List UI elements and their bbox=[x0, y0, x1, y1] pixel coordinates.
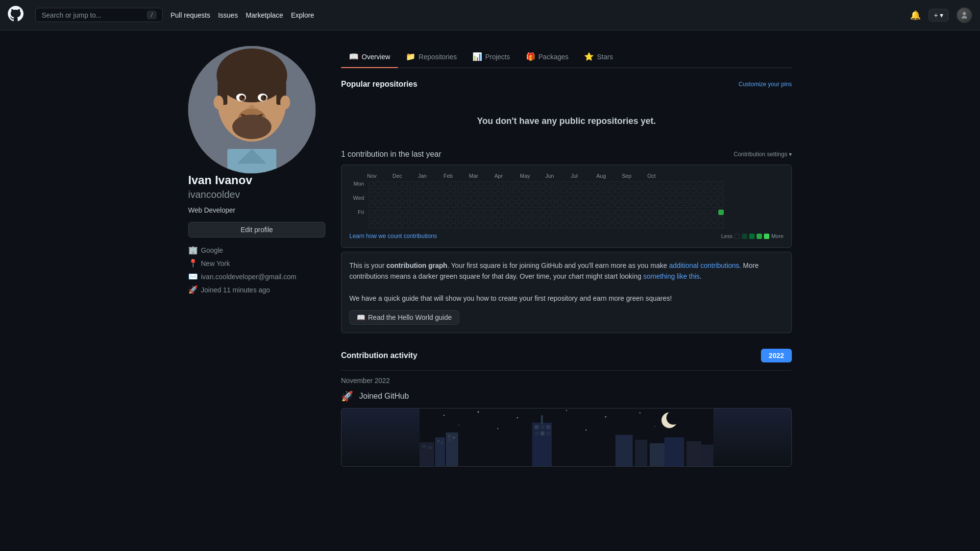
graph-cell[interactable] bbox=[581, 223, 587, 229]
graph-cell[interactable] bbox=[609, 202, 614, 208]
graph-cell[interactable] bbox=[437, 202, 442, 208]
graph-cell[interactable] bbox=[629, 216, 635, 222]
graph-cell[interactable] bbox=[657, 195, 662, 201]
graph-cell[interactable] bbox=[684, 188, 689, 193]
graph-cell[interactable] bbox=[581, 210, 587, 215]
graph-cell[interactable] bbox=[506, 210, 511, 215]
graph-cell[interactable] bbox=[547, 223, 552, 229]
graph-cell[interactable] bbox=[513, 188, 518, 193]
graph-cell[interactable] bbox=[416, 223, 422, 229]
graph-cell[interactable] bbox=[519, 181, 525, 187]
graph-cell[interactable] bbox=[375, 195, 381, 201]
graph-cell[interactable] bbox=[471, 216, 477, 222]
graph-cell[interactable] bbox=[691, 188, 696, 193]
graph-cell[interactable] bbox=[698, 223, 703, 229]
graph-cell[interactable] bbox=[368, 216, 374, 222]
graph-cell[interactable] bbox=[458, 202, 463, 208]
graph-cell[interactable] bbox=[622, 188, 628, 193]
graph-cell[interactable] bbox=[547, 195, 552, 201]
graph-cell[interactable] bbox=[465, 210, 470, 215]
graph-cell[interactable] bbox=[499, 216, 504, 222]
graph-cell[interactable] bbox=[643, 188, 648, 193]
graph-cell[interactable] bbox=[547, 216, 552, 222]
nav-pull-requests[interactable]: Pull requests bbox=[171, 11, 210, 19]
graph-cell[interactable] bbox=[492, 202, 497, 208]
graph-cell[interactable] bbox=[423, 223, 429, 229]
github-logo[interactable] bbox=[8, 6, 24, 24]
graph-cell[interactable] bbox=[458, 188, 463, 193]
graph-cell[interactable] bbox=[458, 181, 463, 187]
graph-cell[interactable] bbox=[444, 223, 449, 229]
tab-packages[interactable]: 🎁 Packages bbox=[518, 46, 576, 68]
graph-cell[interactable] bbox=[561, 223, 566, 229]
graph-cell[interactable] bbox=[670, 188, 676, 193]
graph-cell[interactable] bbox=[533, 195, 539, 201]
graph-cell[interactable] bbox=[684, 181, 689, 187]
graph-cell[interactable] bbox=[444, 188, 449, 193]
graph-cell[interactable] bbox=[643, 195, 648, 201]
graph-cell[interactable] bbox=[540, 223, 545, 229]
graph-cell[interactable] bbox=[416, 210, 422, 215]
graph-cell[interactable] bbox=[492, 210, 497, 215]
graph-cell[interactable] bbox=[458, 210, 463, 215]
graph-cell[interactable] bbox=[506, 223, 511, 229]
graph-cell[interactable] bbox=[492, 188, 497, 193]
graph-cell[interactable] bbox=[403, 181, 408, 187]
graph-cell[interactable] bbox=[588, 210, 593, 215]
graph-cell[interactable] bbox=[396, 195, 401, 201]
graph-cell[interactable] bbox=[615, 210, 621, 215]
graph-cell[interactable] bbox=[609, 210, 614, 215]
graph-cell[interactable] bbox=[636, 216, 641, 222]
graph-cell[interactable] bbox=[705, 195, 710, 201]
graph-cell[interactable] bbox=[705, 188, 710, 193]
graph-cell[interactable] bbox=[396, 223, 401, 229]
graph-cell[interactable] bbox=[567, 188, 573, 193]
graph-cell[interactable] bbox=[547, 210, 552, 215]
graph-cell[interactable] bbox=[602, 216, 607, 222]
graph-cell[interactable] bbox=[478, 210, 484, 215]
graph-cell[interactable] bbox=[718, 188, 724, 193]
graph-cell[interactable] bbox=[705, 223, 710, 229]
graph-cell[interactable] bbox=[375, 216, 381, 222]
graph-cell[interactable] bbox=[506, 216, 511, 222]
user-avatar-nav[interactable] bbox=[956, 7, 972, 23]
graph-cell[interactable] bbox=[574, 210, 580, 215]
graph-cell[interactable] bbox=[423, 188, 429, 193]
graph-cell[interactable] bbox=[533, 181, 539, 187]
graph-cell[interactable] bbox=[643, 216, 648, 222]
graph-cell[interactable] bbox=[698, 188, 703, 193]
graph-cell[interactable] bbox=[602, 210, 607, 215]
graph-cell[interactable] bbox=[444, 210, 449, 215]
graph-cell[interactable] bbox=[451, 210, 456, 215]
notification-button[interactable]: 🔔 bbox=[910, 10, 921, 21]
graph-cell[interactable] bbox=[561, 181, 566, 187]
graph-cell[interactable] bbox=[375, 181, 381, 187]
graph-cell[interactable] bbox=[506, 195, 511, 201]
graph-cell[interactable] bbox=[663, 202, 669, 208]
graph-cell[interactable] bbox=[574, 216, 580, 222]
graph-cell[interactable] bbox=[670, 195, 676, 201]
graph-cell[interactable] bbox=[485, 216, 490, 222]
graph-cell[interactable] bbox=[677, 181, 683, 187]
tab-projects[interactable]: 📊 Projects bbox=[465, 46, 518, 68]
graph-cell[interactable] bbox=[465, 223, 470, 229]
graph-cell[interactable] bbox=[581, 181, 587, 187]
graph-cell[interactable] bbox=[554, 202, 559, 208]
graph-cell[interactable] bbox=[615, 223, 621, 229]
graph-cell[interactable] bbox=[663, 195, 669, 201]
graph-cell[interactable] bbox=[609, 195, 614, 201]
graph-cell[interactable] bbox=[615, 195, 621, 201]
graph-cell[interactable] bbox=[711, 188, 717, 193]
graph-cell[interactable] bbox=[513, 202, 518, 208]
graph-cell[interactable] bbox=[622, 202, 628, 208]
graph-cell[interactable] bbox=[615, 181, 621, 187]
graph-cell[interactable] bbox=[540, 210, 545, 215]
graph-cell[interactable] bbox=[416, 181, 422, 187]
edit-profile-button[interactable]: Edit profile bbox=[188, 222, 325, 238]
graph-cell[interactable] bbox=[677, 216, 683, 222]
graph-cell[interactable] bbox=[698, 210, 703, 215]
graph-cell[interactable] bbox=[499, 188, 504, 193]
graph-cell[interactable] bbox=[485, 223, 490, 229]
graph-cell[interactable] bbox=[718, 202, 724, 208]
graph-cell[interactable] bbox=[513, 216, 518, 222]
